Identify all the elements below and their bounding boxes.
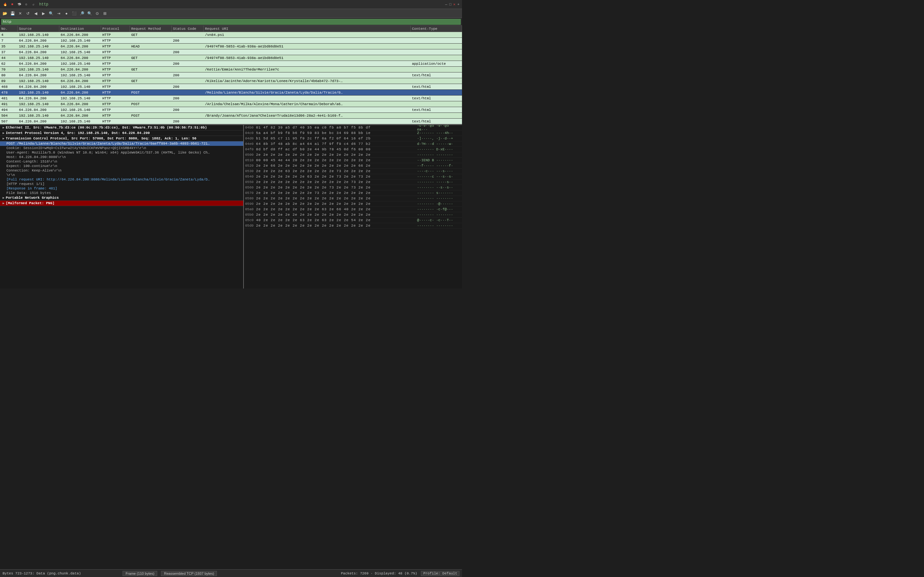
table-cell: 64.226.84.200 (59, 45, 101, 48)
table-cell: /Kettie/Emmie/Anni?Theda=Merrilee?c (204, 68, 411, 71)
col-status-code[interactable]: Status Code (172, 26, 204, 32)
table-cell: text/html (411, 97, 462, 100)
open-button[interactable]: 📂 (1, 10, 8, 17)
detail-sections: ▶Ethernet II, Src: VMware_7b:d3:ce (00:0… (0, 125, 243, 206)
detail-item[interactable]: User-Agent: Mozilla/5.0 (Windows NT 10.0… (0, 150, 243, 155)
bottom-pane: ▶Ethernet II, Src: VMware_7b:d3:ce (00:0… (0, 125, 462, 288)
hex-ascii: ········ ·c·f@··· (417, 207, 462, 211)
zoom-normal-button[interactable]: ⊙ (94, 10, 101, 17)
detail-item[interactable]: Expect: 100-continue\r\n (0, 164, 243, 168)
detail-item[interactable]: [Full request URI: http://64.226.84.200:… (0, 177, 243, 182)
detail-item[interactable]: POST /Melinda/Lianne/Blancha/Silvie/Grac… (0, 141, 243, 146)
close-button[interactable]: ✕ (17, 10, 24, 17)
hex-bytes: 5a a4 bf b9 f8 b6 f9 59 83 be bc 34 69 8… (256, 131, 417, 135)
detail-section-malformed[interactable]: ▶[Malformed Packet: PNG] (0, 201, 243, 206)
stop-icon[interactable]: ■ (10, 2, 15, 7)
capture-options-icon[interactable]: ⚙ (24, 2, 29, 7)
col-content-type[interactable]: Content-Type (411, 26, 462, 32)
table-cell: text/html (411, 73, 462, 77)
table-row[interactable]: 504192.168.25.14064.226.84.200HTTPPOST/B… (0, 113, 462, 119)
table-cell: 200 (172, 108, 204, 112)
find-packets-button[interactable]: 🔍 (47, 10, 55, 17)
hex-row: 05d02e 2e 2e 2e 2e 2e 2e 2e 2e 2e 2e 2e … (244, 223, 462, 229)
hex-offset: 04b0 (244, 126, 256, 129)
detail-item[interactable]: File Data: 1516 bytes (0, 191, 243, 195)
table-cell: 64.226.84.200 (18, 62, 59, 66)
packet-rows: 4192.168.25.14064.226.84.200HTTPGET/vn84… (0, 32, 462, 125)
table-cell: GET (130, 79, 172, 83)
table-cell: 64.226.84.200 (59, 91, 101, 95)
detail-item[interactable]: Connection: Keep-Alive\r\n (0, 168, 243, 173)
col-no[interactable]: No. (0, 26, 18, 32)
flame-icon: 🔥 (3, 2, 8, 7)
zoom-in-button[interactable]: 🔎 (78, 10, 86, 17)
detail-item[interactable]: Cookie: SessionID=wMq9+CsIFw+w2tAyYAOoIC… (0, 146, 243, 150)
table-cell: POST (130, 91, 172, 95)
filter-input[interactable] (1, 19, 461, 25)
packet-list: No. Source Destination Protocol Request … (0, 26, 462, 125)
table-row[interactable]: 35192.168.25.14064.226.84.200HTTPHEAD/94… (0, 44, 462, 49)
table-row[interactable]: 89192.168.25.14064.226.84.200HTTPGET/Kik… (0, 78, 462, 84)
table-cell: 192.168.25.140 (59, 85, 101, 89)
reload-button[interactable]: ↺ (24, 10, 31, 17)
hex-offset: 04e0 (244, 142, 256, 146)
hex-ascii: @·····c· ·c···T·· (417, 218, 462, 222)
detail-item[interactable]: Host: 64.226.84.200:8080\r\n (0, 155, 243, 159)
expand-arrow-tcp[interactable]: ▶ (3, 137, 5, 140)
col-protocol[interactable]: Protocol (101, 26, 130, 32)
col-request-uri[interactable]: Request URI (204, 26, 411, 32)
table-row[interactable]: 46864.226.84.200192.168.25.140HTTP200tex… (0, 84, 462, 90)
table-cell: 200 (172, 50, 204, 54)
table-cell: text/html (411, 119, 462, 123)
detail-item[interactable]: \r\n (0, 173, 243, 177)
expand-arrow-png[interactable]: ▶ (3, 196, 5, 200)
detail-section-ethernet[interactable]: ▶Ethernet II, Src: VMware_7b:d3:ce (00:0… (0, 125, 243, 131)
hex-offset: 05c0 (244, 218, 256, 222)
go-button[interactable]: ⇥ (55, 10, 62, 17)
hex-offset: 04d0 (244, 137, 256, 140)
detail-item[interactable]: [Response in frame: 481] (0, 186, 243, 191)
table-row[interactable]: 764.226.84.200192.168.25.140HTTP200 (0, 38, 462, 44)
detail-section-png[interactable]: ▶Portable Network Graphics (0, 195, 243, 201)
table-row[interactable]: 50764.226.84.200192.168.25.140HTTP200tex… (0, 119, 462, 124)
table-cell: HTTP (101, 39, 130, 43)
table-row[interactable]: 44192.168.25.14064.226.84.200HTTPGET/949… (0, 55, 462, 61)
hex-row: 05302e 2e 2e 2e 63 2e 2e 2e 2e 2e 2e 73 … (244, 169, 462, 174)
forward-button[interactable]: ▶ (40, 10, 47, 17)
col-request-method[interactable]: Request Method (130, 26, 172, 32)
window-close[interactable]: ✕ (453, 2, 456, 6)
window-maximize[interactable]: □ (449, 3, 451, 6)
expand-arrow-ethernet[interactable]: ▶ (3, 126, 5, 129)
col-source[interactable]: Source (18, 26, 59, 32)
capture-icon[interactable]: ↺ (31, 2, 36, 7)
table-cell: HEAD (130, 45, 172, 48)
table-row[interactable]: 6264.226.84.200192.168.25.140HTTP200appl… (0, 61, 462, 67)
table-cell: 64.226.84.200 (18, 119, 59, 123)
capture-stop-button[interactable]: ⬛ (71, 10, 78, 17)
table-row[interactable]: 478192.168.25.14064.226.84.200HTTPPOST/M… (0, 90, 462, 95)
table-row[interactable]: 4192.168.25.14064.226.84.200HTTPGET/vn84… (0, 32, 462, 38)
table-cell: 44 (0, 56, 18, 60)
detail-item[interactable]: Content-Length: 1516\r\n (0, 159, 243, 164)
table-row[interactable]: 8064.226.84.200192.168.25.140HTTP200text… (0, 73, 462, 78)
table-row[interactable]: 491192.168.25.14064.226.84.200HTTPPOST/A… (0, 101, 462, 107)
save-button[interactable]: 💾 (9, 10, 16, 17)
expand-arrow-malformed[interactable]: ▶ (3, 201, 5, 205)
table-row[interactable]: 3764.226.84.200192.168.25.140HTTP200 (0, 49, 462, 55)
table-cell: HTTP (101, 50, 130, 54)
detail-section-ip[interactable]: ▶Internet Protocol Version 4, Src: 192.1… (0, 131, 243, 136)
capture-start-button[interactable]: ● (63, 10, 70, 17)
table-row[interactable]: 70192.168.25.14064.226.84.200HTTPGET/Ket… (0, 67, 462, 73)
column-prefs-button[interactable]: ⊞ (102, 10, 108, 17)
table-cell: 4 (0, 33, 18, 37)
detail-item[interactable]: [HTTP request 1/1] (0, 182, 243, 186)
window-extra[interactable]: + (457, 3, 459, 6)
table-row[interactable]: 49464.226.84.200192.168.25.140HTTP200tex… (0, 107, 462, 113)
back-button[interactable]: ◀ (32, 10, 39, 17)
window-minimize[interactable]: — (445, 3, 447, 6)
col-destination[interactable]: Destination (59, 26, 101, 32)
zoom-out-button[interactable]: 🔍 (86, 10, 93, 17)
expand-arrow-ip[interactable]: ▶ (3, 131, 5, 135)
detail-section-tcp[interactable]: ▶Transmission Control Protocol, Src Port… (0, 136, 243, 141)
table-row[interactable]: 48164.226.84.200192.168.25.140HTTP200tex… (0, 95, 462, 101)
